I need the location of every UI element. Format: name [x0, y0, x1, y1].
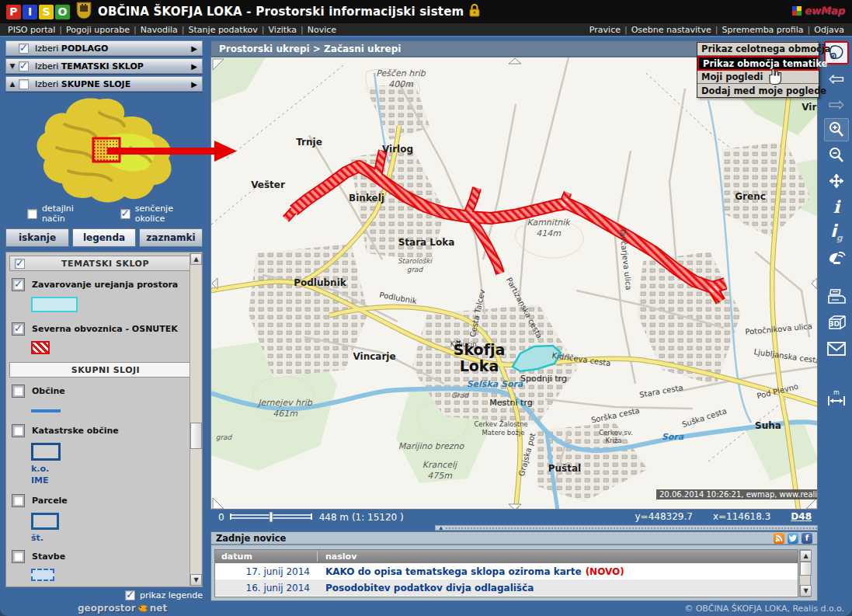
scroll-up-icon[interactable]: ▲ [800, 550, 812, 562]
tab-legenda[interactable]: legenda [72, 228, 136, 247]
map-label: Vešter [251, 179, 285, 190]
news-header: Zadnje novice f [211, 532, 817, 545]
menu-stanje-podatkov[interactable]: Stanje podatkov [189, 25, 258, 35]
3d-button[interactable]: 3D [824, 311, 849, 335]
tab-iskanje[interactable]: iskanje [5, 228, 69, 247]
zoom-out-button[interactable] [824, 144, 849, 167]
menu-separator: | [301, 25, 304, 35]
twitter-icon[interactable] [788, 533, 798, 544]
skupni-checkbox[interactable] [19, 79, 29, 89]
selector-tematski-sklop[interactable]: ▼ Izberi TEMATSKI SKLOP ▶ [5, 58, 203, 74]
layer-label: Parcele [32, 496, 68, 506]
selector-skupni-sloji[interactable]: ▲ Izberi SKUPNE SLOJE ▶ [5, 76, 203, 92]
map-canvas[interactable]: Peščen hrib400mTrnjeVirlogVešterBinkeljS… [210, 57, 818, 510]
scroll-thumb[interactable] [190, 423, 202, 449]
news-scrollbar[interactable]: ▲ ▼ [799, 549, 811, 597]
scroll-up-icon[interactable]: ▲ [190, 253, 202, 265]
scale-thumb[interactable] [270, 512, 273, 522]
menu-separator: | [134, 25, 137, 35]
context-menu-item-prikaz-obmo-ja-tematike[interactable]: Prikaz območja tematike [697, 56, 819, 71]
measure-button[interactable]: m [824, 386, 849, 409]
menu-separator: | [624, 25, 628, 35]
scroll-down-icon[interactable]: ▼ [800, 585, 812, 597]
context-menu-item-dodaj-med-moje-poglede[interactable]: Dodaj med moje poglede [697, 84, 819, 97]
menu-pravice[interactable]: Pravice [589, 25, 621, 35]
scale-slider[interactable] [229, 511, 315, 523]
scroll-thumb[interactable] [800, 562, 812, 576]
selector-podlago[interactable]: Izberi PODLAGO ▶ [5, 40, 203, 56]
menu-osebne-nastavitve[interactable]: Osebne nastavitve [631, 25, 711, 35]
shade-checkbox[interactable] [120, 209, 130, 219]
back-button[interactable]: ⇦ [824, 67, 849, 90]
geoprostor-logo[interactable]: geoprostornet [78, 603, 167, 614]
col-naslov: naslov [318, 552, 356, 562]
map-label: Starološki [398, 257, 433, 265]
menu-piso-portal[interactable]: PISO portal [8, 25, 55, 35]
ewmap-logo[interactable]: ewMap [792, 5, 844, 16]
rss-icon[interactable] [774, 533, 784, 544]
info-button[interactable]: i [824, 195, 849, 218]
submenu-arrow-icon[interactable]: ▶ [191, 80, 197, 89]
collapse-up-icon[interactable]: ▲ [6, 80, 19, 88]
datum-link[interactable]: D48 [791, 511, 812, 522]
legend-item-katastrske: Katastrske občine [12, 425, 202, 437]
obcine-checkbox[interactable] [12, 385, 24, 397]
pan-button[interactable] [824, 169, 849, 193]
piso-letter: P [6, 5, 21, 19]
katastrske-checkbox[interactable] [12, 425, 24, 437]
news-date: 17. junij 2014 [215, 566, 318, 577]
forward-arrow-icon: ⇨ [829, 95, 845, 114]
news-link[interactable]: KAKO do opisa tematskega sklopa oziroma … [318, 566, 582, 577]
scroll-down-icon[interactable]: ▼ [190, 574, 202, 586]
prikaz-legende-checkbox[interactable] [125, 590, 135, 600]
obvoznica-checkbox[interactable] [12, 323, 24, 335]
context-menu-item-moji-pogledi[interactable]: Moji pogledi [697, 71, 819, 84]
scale-text: 448 m (1: 15120 ) [319, 512, 404, 523]
stavbe-checkbox[interactable] [12, 551, 24, 562]
submenu-arrow-icon[interactable]: ▶ [191, 44, 197, 53]
info-group-button[interactable]: ig [824, 221, 849, 244]
menu-navodila[interactable]: Navodila [141, 25, 178, 35]
podlago-checkbox[interactable] [19, 44, 29, 54]
scale-zero-label: 0 [218, 512, 224, 523]
viewport-rect[interactable] [93, 138, 120, 162]
mail-button[interactable] [824, 337, 849, 360]
news-splitter[interactable]: ▲ [435, 525, 818, 531]
menu-novice[interactable]: Novice [308, 25, 336, 35]
submenu-arrow-icon[interactable]: ▶ [191, 62, 197, 71]
coord-x: x=114618.3 [713, 511, 770, 522]
overview-minimap[interactable] [22, 93, 185, 209]
zoom-in-button[interactable] [824, 118, 849, 141]
page-title: OBČINA ŠKOFJA LOKA - Prostorski informac… [98, 5, 464, 19]
map-label: Jernejev hrib [256, 398, 312, 408]
news-link[interactable]: Posodobitev podatkov divja odlagališča [318, 583, 534, 593]
news-table: datum naslov 17. junij 2014 KAKO do opis… [214, 549, 798, 597]
facebook-icon[interactable]: f [802, 533, 812, 544]
tematski-all-checkbox[interactable] [15, 259, 25, 269]
footer: geoprostornet © OBČINA ŠKOFJA LOKA, Real… [0, 600, 852, 616]
gps-button[interactable] [824, 246, 849, 270]
tab-zaznamki[interactable]: zaznamki [139, 228, 203, 247]
menu-vizitka[interactable]: Vizitka [269, 25, 297, 35]
zavarovanje-checkbox[interactable] [12, 279, 24, 291]
menu-sprememba-profila[interactable]: Sprememba profila [722, 25, 803, 35]
selector-label: Izberi SKUPNE SLOJE [35, 79, 191, 89]
forward-button[interactable]: ⇨ [824, 92, 849, 116]
selector-label: Izberi PODLAGO [35, 44, 191, 54]
map-label: Virlog [382, 144, 413, 155]
map-toolbar: ⇦ ⇨ i ig 3D m [822, 41, 851, 412]
legend-header-skupni: SKUPNI SLOJI [9, 362, 197, 378]
info-group-icon: ig [830, 221, 842, 243]
scale-value-link[interactable]: 15120 [367, 512, 397, 523]
map-label: Grenc [735, 191, 766, 202]
legend-scrollbar[interactable]: ▲ ▼ [190, 253, 201, 586]
collapse-down-icon[interactable]: ▼ [6, 62, 19, 70]
print-button[interactable] [824, 286, 849, 309]
context-menu-item-prikaz-celotnega-obmo-ja[interactable]: Prikaz celotnega območja [697, 43, 819, 56]
detail-mode-checkbox[interactable] [27, 209, 37, 219]
piso-logo[interactable]: P I S O [6, 5, 70, 19]
menu-pogoji-uporabe[interactable]: Pogoji uporabe [66, 25, 130, 35]
tematski-checkbox[interactable] [19, 61, 29, 71]
parcele-checkbox[interactable] [12, 495, 24, 506]
menu-odjava[interactable]: Odjava [814, 25, 844, 35]
